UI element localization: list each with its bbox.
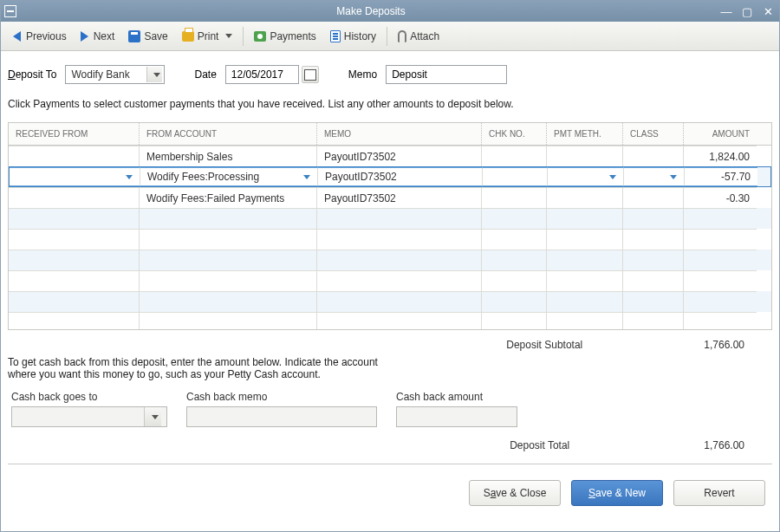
col-from-account[interactable]: FROM ACCOUNT <box>139 123 316 145</box>
table-cell[interactable] <box>547 167 623 186</box>
table-cell[interactable] <box>316 270 481 291</box>
minimize-button[interactable]: — <box>718 4 734 18</box>
table-cell[interactable]: Membership Sales <box>139 146 316 166</box>
table-cell[interactable]: 1,824.00 <box>683 146 757 166</box>
table-cell[interactable] <box>481 146 546 166</box>
table-cell[interactable] <box>481 250 546 270</box>
table-cell[interactable] <box>9 146 139 166</box>
table-cell[interactable] <box>622 250 683 270</box>
table-cell[interactable] <box>139 291 316 312</box>
table-row[interactable]: Wodify Fees:Failed PaymentsPayoutID73502… <box>9 187 771 208</box>
previous-button[interactable]: Previous <box>6 27 74 46</box>
table-cell[interactable] <box>481 229 546 250</box>
table-cell[interactable] <box>9 208 139 229</box>
table-cell[interactable] <box>546 208 622 229</box>
table-cell[interactable]: -0.30 <box>683 187 757 208</box>
cashback-memo-input[interactable] <box>186 406 377 427</box>
table-cell[interactable] <box>622 208 683 229</box>
table-cell[interactable] <box>546 312 622 329</box>
save-new-button[interactable]: Save & New <box>571 480 663 506</box>
table-cell[interactable] <box>10 167 140 186</box>
maximize-button[interactable]: ▢ <box>739 4 755 18</box>
system-menu-icon[interactable] <box>4 5 16 17</box>
table-cell[interactable] <box>623 167 684 186</box>
history-button[interactable]: History <box>323 27 383 46</box>
table-cell[interactable] <box>139 229 316 250</box>
table-cell[interactable] <box>316 312 481 329</box>
table-cell[interactable]: PayoutID73502 <box>317 167 482 186</box>
table-cell[interactable] <box>139 312 316 329</box>
table-cell[interactable] <box>9 187 139 208</box>
table-cell[interactable] <box>481 208 546 229</box>
calendar-icon[interactable] <box>302 66 319 83</box>
table-cell[interactable] <box>546 270 622 291</box>
cashback-amount-input[interactable] <box>396 406 517 427</box>
table-cell[interactable] <box>481 270 546 291</box>
table-cell[interactable] <box>622 291 683 312</box>
col-pmt-meth[interactable]: PMT METH. <box>546 123 622 145</box>
table-cell[interactable] <box>622 229 683 250</box>
table-cell[interactable] <box>683 312 757 329</box>
table-cell[interactable] <box>546 146 622 166</box>
table-cell[interactable] <box>9 312 139 329</box>
table-cell[interactable] <box>546 291 622 312</box>
table-cell[interactable] <box>622 146 683 166</box>
table-row[interactable] <box>9 270 771 291</box>
table-row[interactable]: Wodify Fees:ProcessingPayoutID73502-57.7… <box>9 166 771 187</box>
table-body[interactable]: Membership SalesPayoutID735021,824.00Wod… <box>9 146 771 329</box>
table-row[interactable] <box>9 250 771 270</box>
print-button[interactable]: Print <box>175 27 240 46</box>
table-cell[interactable] <box>481 187 546 208</box>
table-cell[interactable] <box>481 312 546 329</box>
table-cell[interactable] <box>316 291 481 312</box>
table-cell[interactable] <box>316 250 481 270</box>
table-cell[interactable] <box>9 270 139 291</box>
table-cell[interactable] <box>546 229 622 250</box>
table-cell[interactable] <box>139 250 316 270</box>
table-cell[interactable] <box>316 229 481 250</box>
table-cell[interactable]: PayoutID73502 <box>316 146 481 166</box>
table-cell[interactable] <box>546 250 622 270</box>
table-cell[interactable] <box>622 312 683 329</box>
cashback-goes-to-select[interactable] <box>11 406 167 427</box>
table-cell[interactable] <box>9 291 139 312</box>
deposit-to-select[interactable]: Wodify Bank <box>65 65 165 84</box>
table-row[interactable]: Membership SalesPayoutID735021,824.00 <box>9 146 771 166</box>
table-cell[interactable] <box>482 167 547 186</box>
payments-button[interactable]: Payments <box>247 27 322 46</box>
table-cell[interactable] <box>139 270 316 291</box>
table-cell[interactable] <box>683 291 757 312</box>
table-cell[interactable] <box>481 291 546 312</box>
col-received-from[interactable]: RECEIVED FROM <box>9 123 139 145</box>
table-row[interactable] <box>9 229 771 250</box>
table-row[interactable] <box>9 312 771 329</box>
table-cell[interactable] <box>683 270 757 291</box>
memo-input[interactable] <box>386 65 507 84</box>
col-memo[interactable]: MEMO <box>316 123 481 145</box>
table-cell[interactable]: PayoutID73502 <box>316 187 481 208</box>
date-input[interactable] <box>225 65 299 84</box>
table-cell[interactable] <box>316 208 481 229</box>
table-cell[interactable] <box>622 270 683 291</box>
table-cell[interactable] <box>683 229 757 250</box>
next-button[interactable]: Next <box>74 27 122 46</box>
table-cell[interactable] <box>683 250 757 270</box>
col-amount[interactable]: AMOUNT <box>683 123 757 145</box>
table-cell[interactable] <box>9 229 139 250</box>
table-cell[interactable] <box>546 187 622 208</box>
table-cell[interactable] <box>9 250 139 270</box>
col-chk-no[interactable]: CHK NO. <box>481 123 546 145</box>
table-cell[interactable]: -57.70 <box>684 167 757 186</box>
table-cell[interactable]: Wodify Fees:Failed Payments <box>139 187 316 208</box>
save-close-button[interactable]: Save & Close <box>469 480 561 506</box>
table-cell[interactable] <box>622 187 683 208</box>
table-row[interactable] <box>9 291 771 312</box>
table-row[interactable] <box>9 208 771 229</box>
save-button[interactable]: Save <box>121 27 174 46</box>
table-cell[interactable] <box>683 208 757 229</box>
table-cell[interactable]: Wodify Fees:Processing <box>140 167 317 186</box>
col-class[interactable]: CLASS <box>622 123 683 145</box>
close-button[interactable]: ✕ <box>760 4 776 18</box>
revert-button[interactable]: Revert <box>673 480 765 506</box>
table-cell[interactable] <box>139 208 316 229</box>
